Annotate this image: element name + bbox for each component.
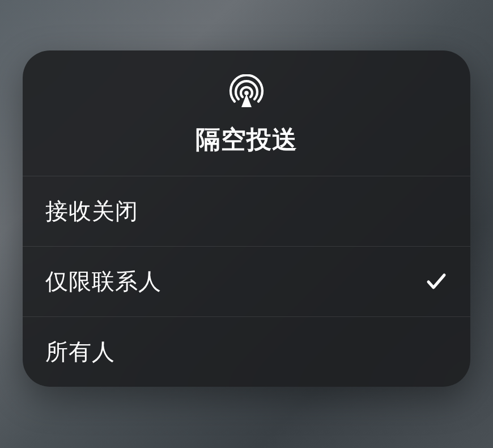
panel-title: 隔空投送 xyxy=(196,123,298,157)
option-label: 仅限联系人 xyxy=(45,266,162,297)
option-everyone[interactable]: 所有人 xyxy=(23,317,470,387)
option-receiving-off[interactable]: 接收关闭 xyxy=(23,176,470,247)
airdrop-panel: 隔空投送 接收关闭 仅限联系人 所有人 xyxy=(23,50,470,387)
panel-header: 隔空投送 xyxy=(23,50,470,176)
option-contacts-only[interactable]: 仅限联系人 xyxy=(23,247,470,317)
option-label: 接收关闭 xyxy=(45,196,138,227)
option-label: 所有人 xyxy=(45,336,115,367)
airdrop-icon xyxy=(228,74,265,111)
checkmark-icon xyxy=(425,270,448,293)
